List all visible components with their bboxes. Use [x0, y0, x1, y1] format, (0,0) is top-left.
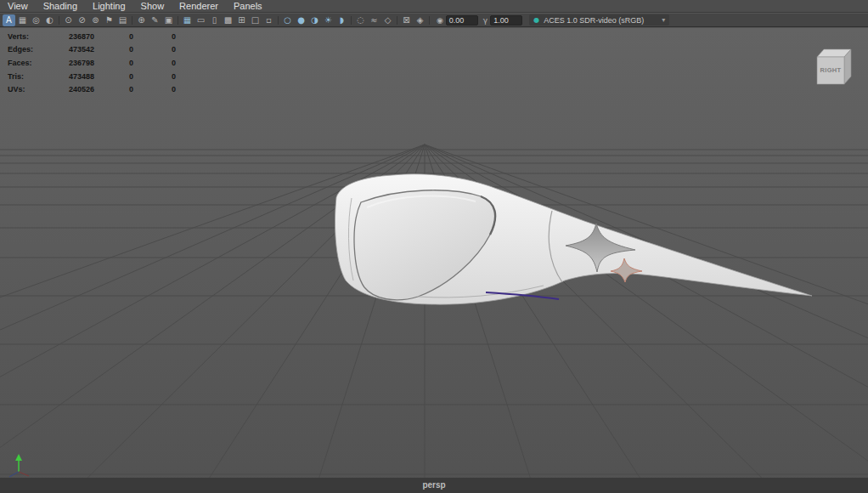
camera-attributes-icon[interactable]: ⊚ [89, 14, 102, 26]
separator [57, 15, 61, 26]
color-management-icon: ● [533, 16, 539, 24]
view-transform-dropdown[interactable]: ● ACES 1.0 SDR-video (sRGB) ▾ [529, 14, 669, 26]
panel-menubar: View Shading Lighting Show Renderer Pane… [0, 0, 868, 13]
safe-title-icon[interactable]: ▫ [262, 14, 275, 26]
snapshot-icon[interactable]: ▣ [162, 14, 175, 26]
exposure-input[interactable]: 0.00 [446, 15, 478, 26]
half-circle-mask-icon[interactable]: ◐ [43, 14, 56, 26]
hud-selected-count: 0 [94, 45, 133, 54]
separator [349, 15, 353, 26]
image-plane-icon[interactable]: ▤ [116, 14, 129, 26]
separator [276, 15, 280, 26]
panel-toolbar: A ▦ ◎ ◐ ⊙ ⊘ ⊚ ⚑ ▤ ⊕ [0, 14, 868, 27]
menu-panels[interactable]: Panels [226, 0, 270, 13]
separator [176, 15, 180, 26]
hud-row-label: Tris: [8, 72, 57, 81]
maya-viewport-panel: View Shading Lighting Show Renderer Pane… [0, 0, 868, 493]
wireframe-icon[interactable]: ○ [281, 14, 294, 26]
motion-blur-icon[interactable]: ≈ [368, 14, 380, 26]
anti-aliasing-icon[interactable]: ◇ [381, 14, 394, 26]
sunglasses-model[interactable] [335, 174, 812, 304]
gamma-control: γ 1.00 [483, 15, 522, 26]
gamma-icon: γ [483, 16, 488, 25]
chevron-down-icon: ▾ [662, 16, 665, 24]
origin-axis-icon [9, 454, 29, 477]
circle-mask-icon[interactable]: ◎ [30, 14, 42, 26]
hud-row-label: Verts: [8, 32, 57, 41]
hud-total-count: 236798 [57, 59, 94, 67]
menu-renderer[interactable]: Renderer [172, 0, 226, 13]
exposure-icon: ◉ [437, 16, 443, 25]
hud-selected-count: 0 [94, 59, 133, 67]
menu-shading[interactable]: Shading [36, 0, 85, 13]
view-cube[interactable]: RIGHT [812, 45, 854, 88]
hud-row: Verts: 236870 0 0 [8, 30, 176, 43]
hud-row: Faces: 236798 0 0 [8, 56, 176, 70]
hud-component-count: 0 [133, 85, 176, 94]
toolbar-icon-group: A ▦ ◎ ◐ ⊙ ⊘ ⊚ ⚑ ▤ ⊕ [3, 14, 431, 26]
separator [427, 15, 431, 26]
separator [130, 15, 134, 26]
hud-row-label: Edges: [8, 45, 57, 54]
camera-select-icon[interactable]: ⊙ [62, 14, 75, 26]
view-cube-face-label: RIGHT [820, 66, 842, 74]
hud-component-count: 0 [133, 72, 176, 81]
smooth-shade-icon[interactable]: ● [295, 14, 307, 26]
grease-pencil-icon[interactable]: ✎ [149, 14, 161, 26]
hud-component-count: 0 [133, 59, 176, 67]
hud-total-count: 473542 [57, 45, 94, 54]
hud-row: UVs: 240526 0 0 [8, 82, 176, 96]
use-all-lights-icon[interactable]: ☀ [322, 14, 335, 26]
pan-zoom-icon[interactable]: ⊕ [135, 14, 148, 26]
hud-row: Tris: 473488 0 0 [8, 70, 176, 83]
xray-icon[interactable]: ⊠ [400, 14, 413, 26]
hud-selected-count: 0 [94, 85, 133, 94]
a-selection-icon[interactable]: A [3, 14, 15, 26]
safe-action-icon[interactable]: □ [249, 14, 262, 26]
hud-component-count: 0 [133, 32, 176, 41]
shadows-icon[interactable]: ◗ [335, 14, 348, 26]
menu-lighting[interactable]: Lighting [85, 0, 133, 13]
grid-mask-icon[interactable]: ▦ [16, 14, 29, 26]
resolution-gate-icon[interactable]: ▯ [208, 14, 221, 26]
hud-total-count: 236870 [57, 32, 94, 41]
hud-component-count: 0 [133, 45, 176, 54]
hud-total-count: 240526 [57, 85, 94, 94]
hud-selected-count: 0 [94, 72, 133, 81]
hud-row-label: Faces: [8, 59, 57, 67]
menu-show[interactable]: Show [133, 0, 172, 13]
viewport-scene [0, 28, 868, 493]
hud-total-count: 473488 [57, 72, 94, 81]
isolate-select-icon[interactable]: ◈ [414, 14, 426, 26]
field-chart-icon[interactable]: ⊞ [235, 14, 248, 26]
menu-view[interactable]: View [0, 0, 36, 13]
hud-row-label: UVs: [8, 85, 57, 94]
film-gate-icon[interactable]: ▭ [194, 14, 207, 26]
camera-name-label: persp [0, 480, 868, 490]
gamma-input[interactable]: 1.00 [490, 15, 522, 26]
hud-row: Edges: 473542 0 0 [8, 43, 176, 57]
camera-lock-icon[interactable]: ⊘ [76, 14, 88, 26]
view-transform-value: ACES 1.0 SDR-video (sRGB) [544, 16, 657, 25]
ambient-occlusion-icon[interactable]: ◌ [354, 14, 367, 26]
hud-selected-count: 0 [94, 32, 133, 41]
exposure-control: ◉ 0.00 [437, 15, 478, 26]
viewport[interactable]: Verts: 236870 0 0 Edges: 473542 0 0 Face… [0, 28, 868, 493]
separator [395, 15, 399, 26]
bookmark-flag-icon[interactable]: ⚑ [103, 14, 116, 26]
poly-count-hud: Verts: 236870 0 0 Edges: 473542 0 0 Face… [8, 30, 176, 96]
textured-icon[interactable]: ◑ [308, 14, 321, 26]
grid-toggle-icon[interactable]: ▦ [181, 14, 194, 26]
gate-mask-icon[interactable]: ▩ [222, 14, 234, 26]
